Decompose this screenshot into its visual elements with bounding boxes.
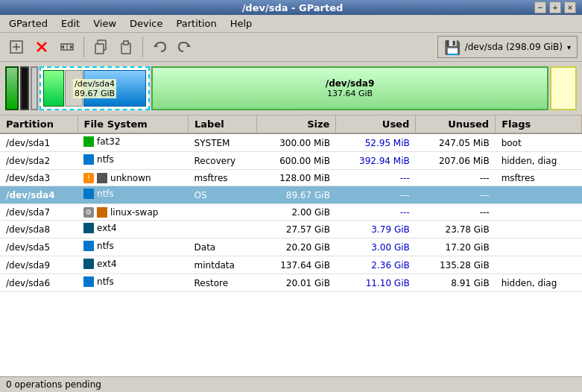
new-partition-button[interactable] <box>4 35 28 59</box>
fs-label: fat32 <box>97 136 121 147</box>
cell-filesystem: ntfs <box>78 274 189 292</box>
pv-sda9-label: /dev/sda9 <box>326 78 375 89</box>
cell-label: SYSTEM <box>189 133 256 152</box>
fs-color-indicator <box>83 136 94 147</box>
fs-label: linux-swap <box>110 207 158 218</box>
cell-partition: /dev/sda5 <box>0 238 78 256</box>
cell-filesystem: ext4 <box>78 221 189 238</box>
table-row[interactable]: /dev/sda6ntfsRestore20.01 GiB11.10 GiB8.… <box>0 274 582 292</box>
cell-label <box>189 204 256 221</box>
cell-label: Data <box>189 238 256 256</box>
fs-label: ntfs <box>97 189 114 199</box>
table-body: /dev/sda1fat32SYSTEM300.00 MiB52.95 MiB2… <box>0 133 582 292</box>
table-row[interactable]: /dev/sda3!unknownmsftres128.00 MiB------… <box>0 170 582 186</box>
col-used: Used <box>336 116 416 133</box>
pv-sda4-inner <box>43 70 64 107</box>
undo-button[interactable] <box>148 35 171 59</box>
pv-sda3[interactable] <box>31 66 38 110</box>
cell-unused: 247.05 MiB <box>416 133 496 152</box>
cell-used: 11.10 GiB <box>336 274 416 292</box>
minimize-button[interactable]: − <box>534 1 546 13</box>
cell-used: --- <box>336 170 416 186</box>
cell-unused: 17.20 GiB <box>416 238 496 256</box>
table-row[interactable]: /dev/sda8ext427.57 GiB3.79 GiB23.78 GiB <box>0 221 582 238</box>
pv-sda4-extended[interactable]: /dev/sda4 89.67 GiB <box>39 66 150 110</box>
menu-gparted[interactable]: GParted <box>3 16 54 31</box>
cell-unused: --- <box>416 204 496 221</box>
pv-sda2[interactable] <box>20 66 29 110</box>
cell-unused: 8.91 GiB <box>416 274 496 292</box>
cell-filesystem: ext4 <box>78 256 189 274</box>
fs-color-indicator <box>83 241 94 251</box>
maximize-button[interactable]: + <box>549 1 561 13</box>
table-row[interactable]: /dev/sda7⚙linux-swap2.00 GiB------ <box>0 204 582 221</box>
table-row[interactable]: /dev/sda5ntfsData20.20 GiB3.00 GiB17.20 … <box>0 238 582 256</box>
pv-sda1[interactable] <box>5 66 19 110</box>
cell-label: OS <box>189 186 256 204</box>
col-unused: Unused <box>416 116 496 133</box>
close-button[interactable]: × <box>564 1 576 13</box>
cell-partition: /dev/sda8 <box>0 221 78 238</box>
cell-size: 300.00 MiB <box>256 133 336 152</box>
cell-label: msftres <box>189 170 256 186</box>
cell-size: 128.00 MiB <box>256 170 336 186</box>
gear-icon: ⚙ <box>83 207 94 218</box>
fs-label: ntfs <box>97 154 114 165</box>
cell-used: 3.00 GiB <box>336 238 416 256</box>
resize-button[interactable] <box>55 35 79 59</box>
fs-label: ntfs <box>97 241 114 251</box>
cell-size: 20.01 GiB <box>256 274 336 292</box>
menu-help[interactable]: Help <box>224 16 259 31</box>
menu-edit[interactable]: Edit <box>55 16 86 31</box>
partition-visual: /dev/sda4 89.67 GiB /dev/sda9 137.64 GiB <box>0 62 582 116</box>
table-row[interactable]: /dev/sda1fat32SYSTEM300.00 MiB52.95 MiB2… <box>0 133 582 152</box>
cell-partition: /dev/sda3 <box>0 170 78 186</box>
col-filesystem: File System <box>78 116 189 133</box>
device-selector[interactable]: 💾 /dev/sda (298.09 GiB) ▾ <box>437 36 578 58</box>
menu-partition[interactable]: Partition <box>171 16 223 31</box>
cell-flags <box>496 221 582 238</box>
paste-button[interactable] <box>114 35 138 59</box>
fs-label: ext4 <box>97 259 117 269</box>
fs-color-indicator <box>83 276 94 287</box>
cell-filesystem: ntfs <box>78 186 189 204</box>
delete-partition-button[interactable] <box>30 35 54 59</box>
svg-rect-12 <box>124 41 128 45</box>
table-row[interactable]: /dev/sda9ext4mintdata137.64 GiB2.36 GiB1… <box>0 256 582 274</box>
pv-sda9[interactable]: /dev/sda9 137.64 GiB <box>151 66 548 110</box>
device-dropdown-arrow: ▾ <box>567 43 571 51</box>
cell-flags: hidden, diag <box>496 152 582 170</box>
cell-flags: hidden, diag <box>496 274 582 292</box>
cell-partition: /dev/sda4 <box>0 186 78 204</box>
cell-flags <box>496 238 582 256</box>
copy-button[interactable] <box>89 35 113 59</box>
redo-button[interactable] <box>173 35 197 59</box>
cell-unused: 207.06 MiB <box>416 152 496 170</box>
col-label: Label <box>189 116 256 133</box>
warning-icon: ! <box>83 173 94 183</box>
cell-size: 600.00 MiB <box>256 152 336 170</box>
fs-label: ext4 <box>97 223 117 233</box>
pv-sda6[interactable] <box>550 66 577 110</box>
menu-bar: GPartedEditViewDevicePartitionHelp <box>0 15 582 33</box>
pv-sda9-size: 137.64 GiB <box>327 89 373 98</box>
menu-view[interactable]: View <box>87 16 122 31</box>
toolbar-separator-1 <box>83 37 84 57</box>
cell-filesystem: ntfs <box>78 152 189 170</box>
cell-used: 2.36 GiB <box>336 256 416 274</box>
cell-label <box>189 221 256 238</box>
cell-used: 52.95 MiB <box>336 133 416 152</box>
cell-partition: /dev/sda7 <box>0 204 78 221</box>
partitions-table: Partition File System Label Size Used Un… <box>0 116 582 292</box>
menu-device[interactable]: Device <box>124 16 168 31</box>
window-title: /dev/sda - GParted <box>51 2 534 13</box>
cell-size: 89.67 GiB <box>256 186 336 204</box>
disk-icon: 💾 <box>444 39 461 55</box>
cell-flags: boot <box>496 133 582 152</box>
table-row[interactable]: /dev/sda4ntfsOS89.67 GiB------ <box>0 186 582 204</box>
status-bar: 0 operations pending <box>0 376 582 392</box>
fs-color-indicator <box>83 259 94 269</box>
fs-color-indicator <box>83 154 94 165</box>
table-row[interactable]: /dev/sda2ntfsRecovery600.00 MiB392.94 Mi… <box>0 152 582 170</box>
cell-unused: 23.78 GiB <box>416 221 496 238</box>
